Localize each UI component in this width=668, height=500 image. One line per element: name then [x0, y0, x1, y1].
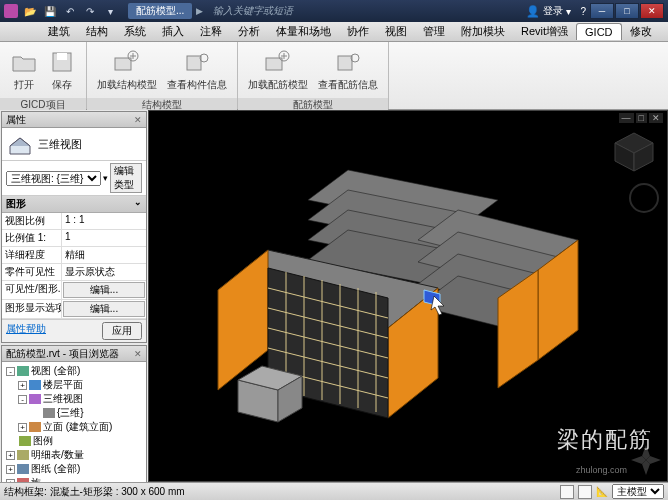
info-icon — [183, 48, 211, 76]
project-tree[interactable]: -视图 (全部)+楼层平面-三维视图{三维}+立面 (建筑立面)图例+明细表/数… — [2, 362, 146, 500]
property-row[interactable]: 图形显示选项编辑... — [2, 300, 146, 319]
qat-open-icon[interactable]: 📂 — [22, 3, 38, 19]
tab-architecture[interactable]: 建筑 — [40, 22, 78, 41]
save-button[interactable]: 保存 — [44, 46, 80, 94]
expand-icon[interactable]: + — [6, 451, 15, 460]
tree-node[interactable]: +楼层平面 — [4, 378, 144, 392]
property-key: 可见性/图形... — [2, 281, 62, 299]
tab-analyze[interactable]: 分析 — [230, 22, 268, 41]
view-mode-select[interactable]: 主模型 — [612, 484, 664, 499]
expand-icon[interactable]: + — [18, 381, 27, 390]
property-row[interactable]: 视图比例1 : 1 — [2, 213, 146, 230]
help-icon[interactable]: ? — [580, 6, 586, 17]
view-selector[interactable]: 三维视图: {三维} — [6, 171, 101, 186]
qat-more-icon[interactable]: ▾ — [102, 3, 118, 19]
tree-node[interactable]: -视图 (全部) — [4, 364, 144, 378]
close-button[interactable]: ✕ — [640, 3, 664, 19]
search-input[interactable]: 输入关键字或短语 — [213, 4, 293, 18]
expand-icon[interactable]: + — [18, 423, 27, 432]
view-component-button[interactable]: 查看构件信息 — [163, 46, 231, 94]
category-label: 图形 — [6, 197, 26, 211]
tab-collaborate[interactable]: 协作 — [339, 22, 377, 41]
tree-node[interactable]: 图例 — [4, 434, 144, 448]
property-key: 零件可见性 — [2, 264, 62, 280]
svg-rect-8 — [338, 56, 352, 70]
property-row[interactable]: 零件可见性显示原状态 — [2, 264, 146, 281]
tab-annotate[interactable]: 注释 — [192, 22, 230, 41]
svg-rect-6 — [266, 58, 282, 70]
properties-help-link[interactable]: 属性帮助 — [6, 322, 46, 340]
tab-structure[interactable]: 结构 — [78, 22, 116, 41]
tree-item-icon — [17, 464, 29, 474]
view-type-label: 三维视图 — [38, 137, 82, 152]
tree-node[interactable]: -三维视图 — [4, 392, 144, 406]
load-rebar-icon — [264, 48, 292, 76]
panel-title: 属性 — [6, 113, 26, 127]
load-rebar-button[interactable]: 加载配筋模型 — [244, 46, 312, 94]
property-value[interactable]: 显示原状态 — [62, 264, 146, 280]
minimize-button[interactable]: ─ — [590, 3, 614, 19]
property-value[interactable]: 1 — [62, 230, 146, 246]
qat-redo-icon[interactable]: ↷ — [82, 3, 98, 19]
tree-item-label: 视图 (全部) — [31, 364, 80, 378]
status-icon-1[interactable] — [560, 485, 574, 499]
load-structure-button[interactable]: 加载结构模型 — [93, 46, 161, 94]
login-link[interactable]: 登录 — [543, 4, 563, 18]
property-row[interactable]: 详细程度精细 — [2, 247, 146, 264]
property-row[interactable]: 比例值 1:1 — [2, 230, 146, 247]
tree-item-label: 楼层平面 — [43, 378, 83, 392]
edit-type-button[interactable]: 编辑类型 — [110, 163, 142, 193]
open-button[interactable]: 打开 — [6, 46, 42, 94]
tree-node[interactable]: +立面 (建筑立面) — [4, 420, 144, 434]
property-key: 详细程度 — [2, 247, 62, 263]
panel-close-icon[interactable]: ✕ — [134, 349, 142, 359]
login-chevron-icon[interactable]: ▾ — [566, 6, 571, 17]
qat-save-icon[interactable]: 💾 — [42, 3, 58, 19]
instance-chevron-icon[interactable]: ▾ — [103, 173, 108, 183]
apply-button[interactable]: 应用 — [102, 322, 142, 340]
qat-undo-icon[interactable]: ↶ — [62, 3, 78, 19]
property-value[interactable]: 精细 — [62, 247, 146, 263]
tab-massing[interactable]: 体量和场地 — [268, 22, 339, 41]
tab-view[interactable]: 视图 — [377, 22, 415, 41]
status-icon-2[interactable] — [578, 485, 592, 499]
viewport-close-icon[interactable]: ✕ — [649, 113, 663, 123]
ribbon-group-project: 打开 保存 GICD项目 — [0, 42, 87, 109]
project-browser-panel: 配筋模型.rvt - 项目浏览器✕ -视图 (全部)+楼层平面-三维视图{三维}… — [1, 345, 147, 500]
view-rebar-button[interactable]: 查看配筋信息 — [314, 46, 382, 94]
expand-icon[interactable]: + — [6, 465, 15, 474]
status-bar: 结构框架: 混凝土-矩形梁 : 300 x 600 mm 📐 主模型 — [0, 482, 668, 500]
tab-manage[interactable]: 管理 — [415, 22, 453, 41]
app-icon[interactable] — [4, 4, 18, 18]
tree-node[interactable]: {三维} — [4, 406, 144, 420]
panel-close-icon[interactable]: ✕ — [134, 115, 142, 125]
property-key: 图形显示选项 — [2, 300, 62, 318]
tab-gicd[interactable]: GICD — [576, 23, 622, 40]
navigation-wheel[interactable] — [629, 183, 659, 213]
property-value[interactable]: 编辑... — [63, 282, 145, 298]
model-viewport[interactable]: — □ ✕ — [148, 110, 668, 482]
property-value[interactable]: 1 : 1 — [62, 213, 146, 229]
tree-item-label: 三维视图 — [43, 392, 83, 406]
tree-node[interactable]: +图纸 (全部) — [4, 462, 144, 476]
tab-addins[interactable]: 附加模块 — [453, 22, 513, 41]
category-expand-icon[interactable]: ⌄ — [134, 197, 142, 211]
expand-icon[interactable]: - — [6, 367, 15, 376]
property-row[interactable]: 可见性/图形...编辑... — [2, 281, 146, 300]
ribbon: 打开 保存 GICD项目 加载结构模型 查看构件信息 结构模型 加载配筋 — [0, 42, 668, 110]
tree-node[interactable]: +明细表/数量 — [4, 448, 144, 462]
property-key: 比例值 1: — [2, 230, 62, 246]
tab-insert[interactable]: 插入 — [154, 22, 192, 41]
expand-icon[interactable]: - — [18, 395, 27, 404]
tree-item-icon — [29, 422, 41, 432]
title-chevron-icon[interactable]: ▶ — [196, 6, 203, 16]
tab-system[interactable]: 系统 — [116, 22, 154, 41]
property-value[interactable]: 编辑... — [63, 301, 145, 317]
maximize-button[interactable]: □ — [615, 3, 639, 19]
tab-modify[interactable]: 修改 — [622, 22, 660, 41]
tab-revit-extensions[interactable]: Revit增强 — [513, 22, 576, 41]
viewport-minimize-icon[interactable]: — — [619, 113, 634, 123]
viewport-maximize-icon[interactable]: □ — [636, 113, 647, 123]
svg-rect-4 — [187, 56, 201, 70]
svg-rect-1 — [57, 53, 67, 60]
